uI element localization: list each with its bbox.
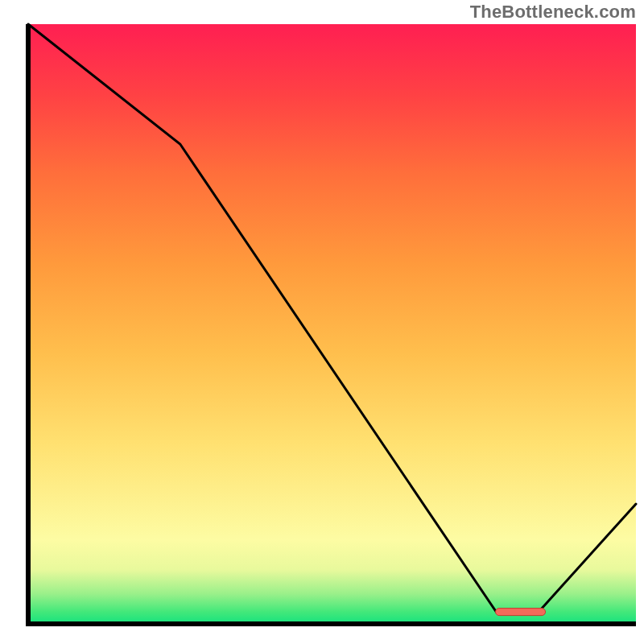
watermark-text: TheBottleneck.com bbox=[470, 2, 636, 23]
bottleneck-chart: TheBottleneck.com bbox=[0, 0, 644, 644]
heat-gradient bbox=[28, 24, 636, 624]
optimal-marker bbox=[496, 609, 546, 616]
chart-canvas bbox=[0, 0, 644, 644]
